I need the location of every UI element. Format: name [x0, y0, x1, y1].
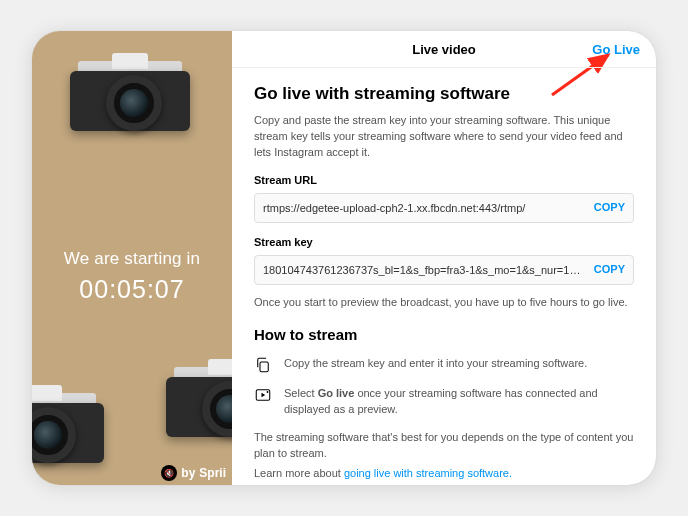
footer-text-1: The streaming software that's best for y… — [254, 430, 634, 462]
preview-note: Once you start to preview the broadcast,… — [254, 295, 634, 311]
countdown-timer: 00:05:07 — [32, 275, 232, 304]
step-text: Copy the stream key and enter it into yo… — [284, 356, 587, 372]
copy-icon — [254, 356, 272, 374]
stream-key-field: COPY — [254, 255, 634, 285]
howto-steps: Copy the stream key and enter it into yo… — [254, 356, 634, 418]
section-subtext: Copy and paste the stream key into your … — [254, 113, 634, 161]
svg-point-3 — [267, 391, 269, 393]
stream-url-input[interactable] — [263, 202, 586, 214]
watermark-text: by — [181, 466, 195, 480]
step-row: Copy the stream key and enter it into yo… — [254, 356, 634, 374]
go-live-button[interactable]: Go Live — [592, 31, 640, 67]
dialog-content: Go live with streaming software Copy and… — [232, 68, 656, 485]
svg-rect-1 — [260, 362, 268, 372]
stream-key-input[interactable] — [263, 264, 586, 276]
right-panel: Live video Go Live Go live with streamin… — [232, 31, 656, 485]
stream-url-label: Stream URL — [254, 173, 634, 189]
camera-image — [32, 385, 114, 475]
preview-panel: We are starting in 00:05:07 🔇 by Sprii — [32, 31, 232, 485]
countdown-label: We are starting in — [32, 249, 232, 269]
go-live-dialog: We are starting in 00:05:07 🔇 by Sprii L… — [32, 31, 656, 485]
howto-heading: How to stream — [254, 324, 634, 346]
watermark-brand: Sprii — [199, 466, 226, 480]
countdown-overlay: We are starting in 00:05:07 — [32, 249, 232, 304]
learn-more-link[interactable]: going live with streaming software. — [344, 467, 512, 479]
stream-key-label: Stream key — [254, 235, 634, 251]
footer-text-2: Learn more about going live with streami… — [254, 466, 634, 482]
dialog-title: Live video — [412, 42, 476, 57]
camera-image — [166, 359, 232, 449]
step-text: Select Go live once your streaming softw… — [284, 386, 634, 418]
dialog-header: Live video Go Live — [232, 31, 656, 68]
section-heading: Go live with streaming software — [254, 82, 634, 107]
play-live-icon — [254, 386, 272, 404]
mute-icon: 🔇 — [161, 465, 177, 481]
watermark: 🔇 by Sprii — [161, 465, 226, 481]
camera-image — [70, 53, 200, 143]
step-row: Select Go live once your streaming softw… — [254, 386, 634, 418]
copy-key-button[interactable]: COPY — [586, 262, 625, 278]
stream-url-field: COPY — [254, 193, 634, 223]
copy-url-button[interactable]: COPY — [586, 200, 625, 216]
